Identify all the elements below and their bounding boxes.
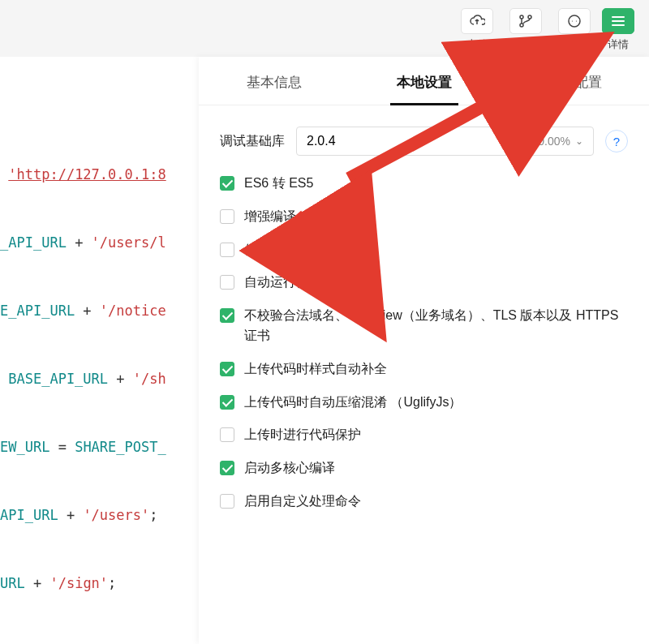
check-noverify[interactable]: 不校验合法域名、web-view（业务域名）、TLS 版本以及 HTTPS 证书 bbox=[220, 306, 628, 346]
svg-point-0 bbox=[520, 15, 523, 19]
upload-label: 上传 bbox=[466, 37, 488, 52]
check-label: 不校验合法域名、web-view（业务域名）、TLS 版本以及 HTTPS 证书 bbox=[244, 306, 628, 346]
check-es6[interactable]: ES6 转 ES5 bbox=[220, 174, 628, 194]
checkbox-icon bbox=[220, 461, 234, 475]
checkbox-list: ES6 转 ES5 增强编译 使用 npm 模块 自动运行体验评分 不校验合法域… bbox=[220, 174, 628, 512]
check-label: 自动运行体验评分 bbox=[244, 273, 348, 293]
checkbox-icon bbox=[220, 209, 234, 224]
check-label: 上传时进行代码保护 bbox=[244, 425, 361, 445]
checkbox-icon bbox=[220, 176, 234, 191]
check-autostyle[interactable]: 上传代码时样式自动补全 bbox=[220, 359, 628, 380]
check-custom[interactable]: 启用自定义处理命令 bbox=[220, 492, 628, 512]
checkbox-icon bbox=[220, 395, 234, 410]
version-button[interactable]: 版本管理 bbox=[505, 8, 547, 52]
checkbox-icon bbox=[220, 494, 234, 509]
check-label: 上传代码时样式自动补全 bbox=[244, 359, 387, 380]
tab-project[interactable]: 项目配置 bbox=[540, 57, 608, 105]
chat-icon bbox=[558, 8, 591, 34]
svg-point-5 bbox=[576, 20, 577, 21]
checkbox-icon bbox=[220, 243, 234, 257]
topbar: 上传 版本管理 社区 详情 bbox=[461, 0, 649, 52]
check-label: 上传代码时自动压缩混淆 （UglifyJs） bbox=[244, 393, 462, 413]
cloud-up-icon bbox=[461, 8, 493, 34]
upload-button[interactable]: 上传 bbox=[461, 8, 493, 52]
check-label: 使用 npm 模块 bbox=[244, 240, 329, 260]
help-icon[interactable]: ? bbox=[605, 130, 628, 152]
chevron-down-icon: ⌄ bbox=[575, 135, 583, 147]
tab-local[interactable]: 本地设置 bbox=[390, 57, 458, 105]
code-editor: 'http://127.0.0.1:8 _API_URL + '/users/l… bbox=[0, 57, 203, 644]
base-lib-row: 调试基础库 2.0.4 0.00% ⌄ ? bbox=[220, 127, 628, 156]
details-button[interactable]: 详情 bbox=[602, 8, 634, 52]
check-label: 启动多核心编译 bbox=[244, 458, 335, 479]
base-lib-value: 2.0.4 bbox=[307, 134, 336, 148]
check-enhance[interactable]: 增强编译 bbox=[220, 207, 628, 227]
check-autorun[interactable]: 自动运行体验评分 bbox=[220, 273, 628, 293]
checkbox-icon bbox=[220, 362, 234, 376]
base-lib-select[interactable]: 2.0.4 0.00% ⌄ bbox=[296, 127, 594, 156]
menu-icon bbox=[602, 8, 634, 34]
check-label: 增强编译 bbox=[244, 207, 296, 227]
check-protect[interactable]: 上传时进行代码保护 bbox=[220, 425, 628, 445]
base-lib-pct: 0.00% bbox=[538, 135, 570, 148]
svg-point-1 bbox=[520, 24, 523, 27]
tab-basic[interactable]: 基本信息 bbox=[240, 57, 308, 105]
details-label: 详情 bbox=[608, 37, 629, 52]
check-npm[interactable]: 使用 npm 模块 bbox=[220, 240, 628, 260]
panel-tabs: 基本信息 本地设置 项目配置 bbox=[199, 57, 649, 105]
svg-point-4 bbox=[572, 20, 573, 21]
svg-point-3 bbox=[569, 15, 580, 27]
check-multicore[interactable]: 启动多核心编译 bbox=[220, 458, 628, 479]
checkbox-icon bbox=[220, 308, 234, 323]
svg-point-2 bbox=[528, 15, 531, 19]
version-label: 版本管理 bbox=[505, 37, 547, 52]
community-button[interactable]: 社区 bbox=[558, 8, 591, 52]
check-label: 启用自定义处理命令 bbox=[244, 492, 361, 512]
base-lib-label: 调试基础库 bbox=[220, 133, 285, 150]
branch-icon bbox=[509, 8, 542, 34]
check-label: ES6 转 ES5 bbox=[244, 174, 313, 194]
settings-panel: 基本信息 本地设置 项目配置 调试基础库 2.0.4 0.00% ⌄ ? ES6… bbox=[199, 57, 649, 644]
checkbox-icon bbox=[220, 427, 234, 442]
community-label: 社区 bbox=[564, 37, 585, 52]
checkbox-icon bbox=[220, 275, 234, 290]
check-uglify[interactable]: 上传代码时自动压缩混淆 （UglifyJs） bbox=[220, 393, 628, 413]
